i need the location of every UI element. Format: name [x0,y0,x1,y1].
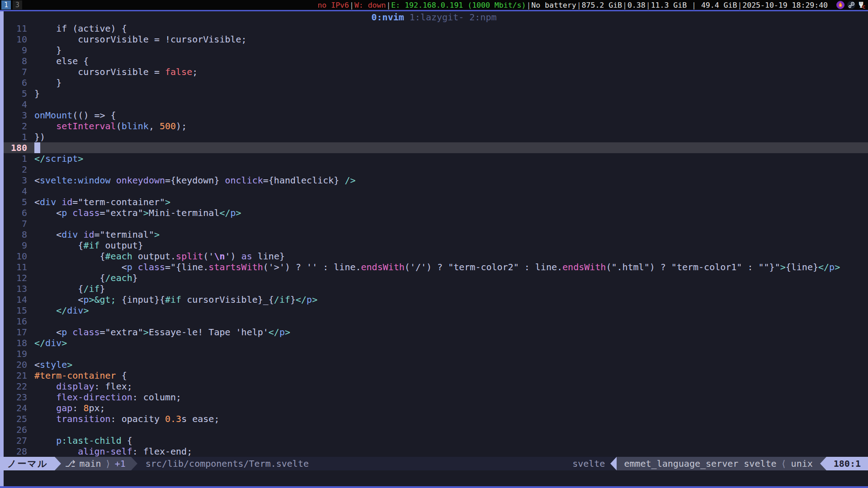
code-text [34,218,868,229]
code-line[interactable]: 19 [0,348,868,359]
code-token: px; [89,403,105,413]
code-text: <svelte:window onkeydown={keydown} oncli… [34,175,868,186]
code-line[interactable]: 27 p:last-child { [0,435,868,446]
code-line[interactable]: 3onMount(() => { [0,110,868,121]
code-line[interactable]: 13 {/if} [0,283,868,294]
code-token: id [61,197,72,207]
code-line[interactable]: 25 transition: opacity 0.3s ease; [0,413,868,424]
code-token [67,207,72,218]
code-token: 8 [83,403,89,413]
git-branch-icon: ⎇ [65,457,75,470]
code-token: </ [34,338,45,348]
code-token: id [83,229,94,240]
code-token: setInterval [56,121,116,131]
code-line[interactable]: 11 <p class="{line.startsWith('>') ? '' … [0,262,868,272]
line-number: 16 [5,316,27,327]
line-number: 1 [5,153,27,164]
line-number: 19 [5,348,27,359]
code-line[interactable]: 8 <div id="terminal"> [0,229,868,240]
code-line[interactable]: 24 gap: 8px; [0,403,868,413]
code-line[interactable]: 20<style> [0,359,868,370]
code-line[interactable]: 7 [0,218,868,229]
code-token: ="term-container" [72,197,165,207]
stat-separator: | [386,1,391,9]
line-number: 10 [5,251,27,262]
code-line[interactable]: 16 [0,316,868,327]
code-token: blink [122,121,149,131]
code-line[interactable]: 28 align-self: flex-end; [0,446,868,457]
code-line[interactable]: 10 {#each output.split('\n') as line} [0,251,868,262]
tmux-window-1:lazygit-[interactable]: 1:lazygit- [404,12,464,23]
code-token: < [34,327,61,338]
code-token: ={handleclick} [263,175,345,186]
code-token: cursorVisible = !cursorVisible; [34,34,247,45]
code-line[interactable]: 22 display: flex; [0,381,868,392]
code-line[interactable]: 1}) [0,131,868,142]
code-token: </ [34,153,45,164]
code-line[interactable]: 14 <p>&gt; {input}{#if cursorVisible}_{/… [0,294,868,305]
workspace-list: 13 [1,0,22,9]
code-line[interactable]: 6 <p class="extra">Mini-terminal</p> [0,207,868,218]
code-token [34,435,56,446]
code-line[interactable]: 6 } [0,77,868,88]
code-line[interactable]: 5} [0,88,868,99]
code-token: endsWith [562,262,606,272]
code-token: </ [818,262,829,272]
line-number: 17 [5,327,27,338]
code-line[interactable]: 18</div> [0,338,868,348]
code-line[interactable]: 21#term-container { [0,370,868,381]
command-line[interactable] [0,470,868,486]
scrollbar [0,11,4,486]
code-line[interactable]: 4 [0,99,868,110]
tmux-window-0:nvim[interactable]: 0:nvim [372,12,404,23]
git-branch: main [79,457,101,470]
code-line[interactable]: 3<svelte:window onkeydown={keydown} oncl… [0,175,868,186]
claw-icon[interactable]: Ψc [858,0,867,9]
code-line[interactable]: 26 [0,424,868,435]
code-token: ="{line. [165,262,208,272]
code-line[interactable]: 2 [0,164,868,175]
code-token: script [45,153,78,164]
code-token: 500 [160,121,176,131]
code-line[interactable]: 10 cursorVisible = !cursorVisible; [0,34,868,45]
code-line[interactable]: 5<div id="term-container"> [0,197,868,207]
code-line[interactable]: 2 setInterval(blink, 500); [0,121,868,131]
code-line[interactable]: 9 {#if output} [0,240,868,251]
code-line[interactable]: 17 <p class="extra">Essaye-le! Tape 'hel… [0,327,868,338]
code-token: > [143,207,149,218]
line-number: 14 [5,294,27,305]
code-token: p [829,262,835,272]
code-line[interactable]: 15 </div> [0,305,868,316]
code-token: : opacity [111,413,165,424]
code-token: > [89,294,94,305]
code-line[interactable]: 9 } [0,45,868,56]
code-token [34,403,56,413]
code-line[interactable]: 11 if (active) { [0,23,868,34]
stat-item: no IPv6 [317,1,349,9]
fileformat-label: unix [791,457,813,470]
flame-icon[interactable] [836,0,845,9]
code-token [34,381,56,392]
workspace-3[interactable]: 3 [13,0,22,9]
code-line[interactable]: 12 {/each} [0,272,868,283]
code-token: ( [116,121,122,131]
code-text: <div id="terminal"> [34,229,868,240]
code-line[interactable]: 8 else { [0,56,868,66]
workspace-1[interactable]: 1 [1,0,11,9]
code-line[interactable]: 7 cursorVisible = false; [0,66,868,77]
code-line[interactable]: 4 [0,186,868,197]
code-token: </ [219,207,230,218]
powerline-separator [820,457,826,470]
cursor-position: 180:1 [826,457,868,470]
code-token: : column; [132,392,181,403]
code-line[interactable]: 23 flex-direction: column; [0,392,868,403]
steam-icon[interactable] [847,0,856,9]
editor-buffer[interactable]: 11 if (active) {10 cursorVisible = !curs… [0,23,868,457]
code-line[interactable]: 1</script> [0,153,868,164]
code-token: {input}{ [116,294,165,305]
code-token: {line} [786,262,818,272]
code-token [67,327,72,338]
code-token: > [780,262,786,272]
tmux-window-2:npm[interactable]: 2:npm [464,12,496,23]
code-line-current[interactable]: 180 [0,142,868,153]
